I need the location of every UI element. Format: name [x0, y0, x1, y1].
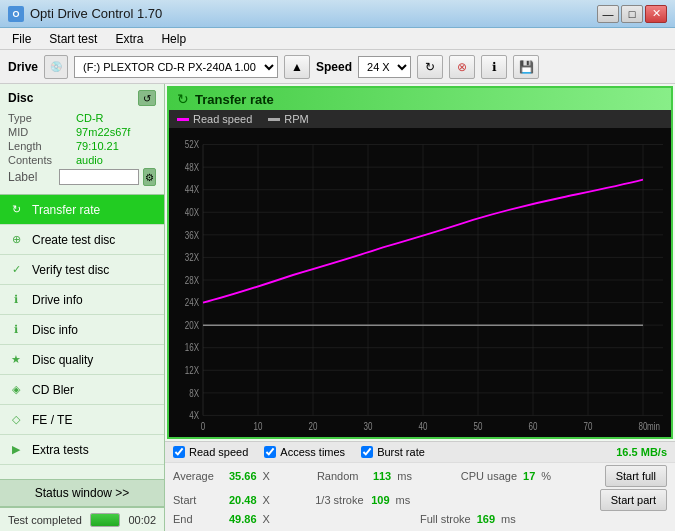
start-stat-value: 20.48 [229, 494, 257, 506]
fe-te-icon: ◇ [8, 412, 24, 428]
minimize-button[interactable]: — [597, 5, 619, 23]
legend-read-speed: Read speed [177, 113, 252, 125]
nav-fe-te[interactable]: ◇ FE / TE [0, 405, 164, 435]
nav-cd-bler[interactable]: ◈ CD Bler [0, 375, 164, 405]
start-part-button[interactable]: Start part [600, 489, 667, 511]
start-col: Start 20.48 X [173, 494, 315, 506]
save-button[interactable]: 💾 [513, 55, 539, 79]
end-label: End [173, 513, 223, 525]
label-settings-button[interactable]: ⚙ [143, 168, 156, 186]
svg-text:30: 30 [364, 422, 373, 433]
svg-text:44X: 44X [185, 185, 199, 196]
start-stat-label: Start [173, 494, 223, 506]
nav-disc-quality-label: Disc quality [32, 353, 93, 367]
nav-disc-info-label: Disc info [32, 323, 78, 337]
access-times-checkbox[interactable] [264, 446, 276, 458]
svg-text:12X: 12X [185, 365, 199, 376]
disc-label-input[interactable] [59, 169, 139, 185]
nav-extra-tests[interactable]: ▶ Extra tests [0, 435, 164, 465]
burst-rate-checkbox-item[interactable]: Burst rate [361, 446, 425, 458]
nav-create-test-disc-label: Create test disc [32, 233, 115, 247]
eject-button[interactable]: ▲ [284, 55, 310, 79]
disc-panel: Disc ↺ Type CD-R MID 97m22s67f Length 79… [0, 84, 164, 195]
refresh-button[interactable]: ↻ [417, 55, 443, 79]
speed-select[interactable]: 24 X [358, 56, 411, 78]
svg-text:8X: 8X [189, 388, 199, 399]
end-col: End 49.86 X [173, 513, 420, 525]
disc-panel-title: Disc [8, 91, 33, 105]
svg-text:24X: 24X [185, 297, 199, 308]
nav-disc-info[interactable]: ℹ Disc info [0, 315, 164, 345]
disc-type-row: Type CD-R [8, 112, 156, 124]
random-label: Random [317, 470, 367, 482]
status-window-button[interactable]: Status window >> [0, 479, 164, 507]
close-button[interactable]: ✕ [645, 5, 667, 23]
rpm-legend-color [268, 118, 280, 121]
read-speed-checkbox-item[interactable]: Read speed [173, 446, 248, 458]
disc-contents-row: Contents audio [8, 154, 156, 166]
svg-text:min: min [647, 422, 660, 433]
drive-info-icon: ℹ [8, 292, 24, 308]
access-times-checkbox-item[interactable]: Access times [264, 446, 345, 458]
disc-mid-row: MID 97m22s67f [8, 126, 156, 138]
erase-button[interactable]: ⊗ [449, 55, 475, 79]
average-unit: X [263, 470, 270, 482]
menu-start-test[interactable]: Start test [41, 30, 105, 48]
stats-area: Read speed Access times Burst rate 16.5 … [165, 441, 675, 531]
read-speed-legend-label: Read speed [193, 113, 252, 125]
full-stroke-label: Full stroke [420, 513, 471, 525]
full-stroke-value: 169 [477, 513, 495, 525]
nav-create-test-disc[interactable]: ⊕ Create test disc [0, 225, 164, 255]
cpu-label: CPU usage [461, 470, 517, 482]
read-speed-legend-color [177, 118, 189, 121]
disc-header: Disc ↺ [8, 90, 156, 106]
disc-length-label: Length [8, 140, 76, 152]
disc-mid-label: MID [8, 126, 76, 138]
burst-rate-checkbox-label: Burst rate [377, 446, 425, 458]
disc-contents-label: Contents [8, 154, 76, 166]
nav-disc-quality[interactable]: ★ Disc quality [0, 345, 164, 375]
drive-select[interactable]: (F:) PLEXTOR CD-R PX-240A 1.00 [74, 56, 278, 78]
stats-row-2: Start 20.48 X 1/3 stroke 109 ms Start pa… [173, 489, 667, 511]
read-speed-checkbox-label: Read speed [189, 446, 248, 458]
svg-text:50: 50 [474, 422, 483, 433]
nav-verify-test-disc[interactable]: ✓ Verify test disc [0, 255, 164, 285]
nav-drive-info[interactable]: ℹ Drive info [0, 285, 164, 315]
info-button[interactable]: ℹ [481, 55, 507, 79]
chart-container: 52X 48X 44X 40X 36X 32X 28X 24X 20X 16X … [169, 128, 671, 437]
svg-text:36X: 36X [185, 230, 199, 241]
disc-length-value: 79:10.21 [76, 140, 119, 152]
disc-type-label: Type [8, 112, 76, 124]
maximize-button[interactable]: □ [621, 5, 643, 23]
avg-col: Average 35.66 X [173, 470, 317, 482]
disc-label-row: Label ⚙ [8, 168, 156, 186]
read-speed-checkbox[interactable] [173, 446, 185, 458]
end-value: 49.86 [229, 513, 257, 525]
cpu-unit: % [541, 470, 551, 482]
menu-help[interactable]: Help [153, 30, 194, 48]
svg-text:70: 70 [584, 422, 593, 433]
nav-transfer-rate[interactable]: ↻ Transfer rate [0, 195, 164, 225]
nav-verify-test-disc-label: Verify test disc [32, 263, 109, 277]
stats-row-3: End 49.86 X Full stroke 169 ms [173, 513, 667, 525]
transfer-rate-title: Transfer rate [195, 92, 274, 107]
rpm-legend-label: RPM [284, 113, 308, 125]
svg-text:16X: 16X [185, 343, 199, 354]
burst-rate-checkbox[interactable] [361, 446, 373, 458]
checkboxes-row: Read speed Access times Burst rate 16.5 … [165, 442, 675, 463]
menu-file[interactable]: File [4, 30, 39, 48]
disc-refresh-button[interactable]: ↺ [138, 90, 156, 106]
full-stroke-col: Full stroke 169 ms [420, 513, 667, 525]
title-bar-controls: — □ ✕ [597, 5, 667, 23]
nav-extra-tests-label: Extra tests [32, 443, 89, 457]
random-col: Random 113 ms [317, 470, 461, 482]
nav-drive-info-label: Drive info [32, 293, 83, 307]
svg-text:80: 80 [639, 422, 648, 433]
start-stat-unit: X [263, 494, 270, 506]
svg-text:20X: 20X [185, 320, 199, 331]
menu-extra[interactable]: Extra [107, 30, 151, 48]
title-bar: O Opti Drive Control 1.70 — □ ✕ [0, 0, 675, 28]
cpu-col: CPU usage 17 % [461, 470, 605, 482]
start-full-button[interactable]: Start full [605, 465, 667, 487]
svg-text:4X: 4X [189, 410, 199, 421]
